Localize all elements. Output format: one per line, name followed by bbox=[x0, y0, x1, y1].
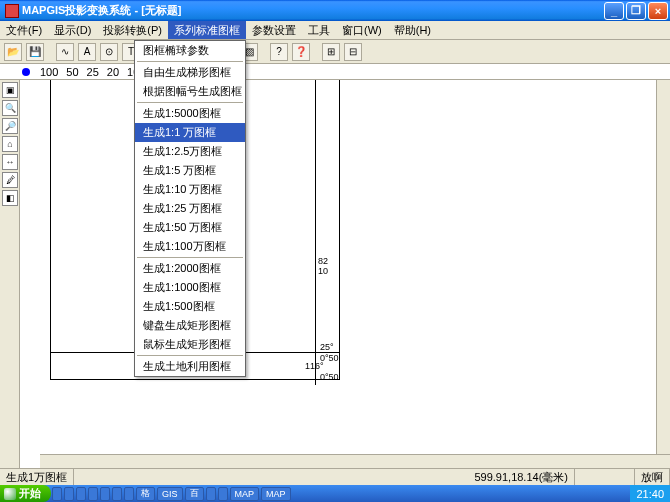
zoom-in-icon[interactable]: 🔍 bbox=[2, 100, 18, 116]
menu-help[interactable]: 帮助(H) bbox=[388, 21, 437, 39]
pan-icon[interactable]: ↔ bbox=[2, 154, 18, 170]
menu-item[interactable]: 键盘生成矩形图框 bbox=[135, 316, 245, 335]
scale-50[interactable]: 50 bbox=[64, 66, 80, 78]
menu-item[interactable]: 生成1:5000图框 bbox=[135, 104, 245, 123]
table-icon[interactable]: ⊞ bbox=[322, 43, 340, 61]
window-titlebar: MAPGIS投影变换系统 - [无标题] _ ❐ × bbox=[0, 0, 670, 21]
close-button[interactable]: × bbox=[648, 2, 668, 20]
app-icon bbox=[5, 4, 19, 18]
text-icon[interactable]: A bbox=[78, 43, 96, 61]
canvas[interactable]: 82 10 294 02 25° 0°50 116° 0°50 bbox=[20, 80, 670, 468]
menu-item-highlighted[interactable]: 生成1:1 万图框 bbox=[135, 123, 245, 142]
menubar: 文件(F) 显示(D) 投影转换(P) 系列标准图框 参数设置 工具 窗口(W)… bbox=[0, 21, 670, 40]
save-icon[interactable]: 💾 bbox=[26, 43, 44, 61]
home-icon[interactable]: ⌂ bbox=[2, 136, 18, 152]
menu-item[interactable]: 生成1:1000图框 bbox=[135, 278, 245, 297]
menu-item[interactable]: 生成1:2000图框 bbox=[135, 259, 245, 278]
clock: 21:40 bbox=[636, 488, 664, 500]
task-button[interactable]: MAP bbox=[261, 487, 291, 501]
tool2-icon[interactable]: ◧ bbox=[2, 190, 18, 206]
task-button[interactable]: MAP bbox=[230, 487, 260, 501]
minimize-button[interactable]: _ bbox=[604, 2, 624, 20]
menu-item[interactable]: 生成1:2.5万图框 bbox=[135, 142, 245, 161]
maximize-button[interactable]: ❐ bbox=[626, 2, 646, 20]
task-button[interactable]: GIS bbox=[157, 487, 183, 501]
status-bar: 生成1万图框 599.91,18.14(毫米) 放啊 bbox=[0, 468, 670, 485]
menu-projection[interactable]: 投影转换(P) bbox=[97, 21, 168, 39]
scrollbar-vertical[interactable] bbox=[656, 80, 670, 454]
grid2-icon[interactable]: ⊟ bbox=[344, 43, 362, 61]
menu-file[interactable]: 文件(F) bbox=[0, 21, 48, 39]
menu-item[interactable]: 自由生成梯形图框 bbox=[135, 63, 245, 82]
chart-icon[interactable]: ∿ bbox=[56, 43, 74, 61]
system-tray[interactable]: 21:40 bbox=[630, 485, 670, 502]
coord-label: 25° bbox=[320, 342, 334, 352]
menu-item[interactable]: 鼠标生成矩形图框 bbox=[135, 335, 245, 354]
toolbar: 📂 💾 ∿ A ⊙ T ⊕ 🎨 ▦ ▩ ▨ ? ❓ ⊞ ⊟ bbox=[0, 40, 670, 64]
task-button[interactable] bbox=[218, 487, 228, 501]
scale-25[interactable]: 25 bbox=[85, 66, 101, 78]
menu-item[interactable]: 生成1:10 万图框 bbox=[135, 180, 245, 199]
windows-logo-icon bbox=[4, 488, 16, 500]
task-button[interactable] bbox=[112, 487, 122, 501]
menu-item[interactable]: 生成1:25 万图框 bbox=[135, 199, 245, 218]
scale-100[interactable]: 100 bbox=[38, 66, 60, 78]
status-coords: 599.91,18.14(毫米) bbox=[468, 469, 575, 485]
status-left: 生成1万图框 bbox=[0, 469, 74, 485]
status-right: 放啊 bbox=[635, 469, 670, 485]
task-button[interactable] bbox=[64, 487, 74, 501]
menu-window[interactable]: 窗口(W) bbox=[336, 21, 388, 39]
open-icon[interactable]: 📂 bbox=[4, 43, 22, 61]
menu-item[interactable]: 生成1:50 万图框 bbox=[135, 218, 245, 237]
fit-icon[interactable]: ▣ bbox=[2, 82, 18, 98]
start-label: 开始 bbox=[19, 486, 41, 501]
menu-item[interactable]: 生成1:5 万图框 bbox=[135, 161, 245, 180]
ruler-dot-icon bbox=[22, 68, 30, 76]
coord-label: 0°50 bbox=[320, 372, 339, 382]
menu-params[interactable]: 参数设置 bbox=[246, 21, 302, 39]
dropdown-menu: 图框椭球参数 自由生成梯形图框 根据图幅号生成图框 生成1:5000图框 生成1… bbox=[134, 40, 246, 377]
task-button[interactable] bbox=[206, 487, 216, 501]
menu-display[interactable]: 显示(D) bbox=[48, 21, 97, 39]
task-button[interactable] bbox=[100, 487, 110, 501]
coord-label: 82 10 bbox=[318, 256, 340, 276]
task-button[interactable]: 百 bbox=[185, 487, 204, 501]
menu-tools[interactable]: 工具 bbox=[302, 21, 336, 39]
help-icon[interactable]: ? bbox=[270, 43, 288, 61]
menu-item[interactable]: 根据图幅号生成图框 bbox=[135, 82, 245, 101]
menu-item[interactable]: 生成1:500图框 bbox=[135, 297, 245, 316]
task-button[interactable]: 格 bbox=[136, 487, 155, 501]
task-button[interactable] bbox=[52, 487, 62, 501]
work-area: ▣ 🔍 🔎 ⌂ ↔ 🖉 ◧ 82 10 294 02 25° 0°50 116°… bbox=[0, 80, 670, 468]
task-button[interactable] bbox=[76, 487, 86, 501]
window-title: MAPGIS投影变换系统 - [无标题] bbox=[22, 3, 604, 18]
scale-20[interactable]: 20 bbox=[105, 66, 121, 78]
coord-label: 116° bbox=[305, 361, 324, 371]
menu-item[interactable]: 生成土地利用图框 bbox=[135, 357, 245, 376]
context-help-icon[interactable]: ❓ bbox=[292, 43, 310, 61]
scrollbar-horizontal[interactable] bbox=[40, 454, 670, 468]
task-button[interactable] bbox=[124, 487, 134, 501]
circle-icon[interactable]: ⊙ bbox=[100, 43, 118, 61]
menu-item[interactable]: 生成1:100万图框 bbox=[135, 237, 245, 256]
zoom-out-icon[interactable]: 🔎 bbox=[2, 118, 18, 134]
task-button[interactable] bbox=[88, 487, 98, 501]
taskbar: 开始 格 GIS 百 MAP MAP 21:40 bbox=[0, 485, 670, 502]
side-toolbar: ▣ 🔍 🔎 ⌂ ↔ 🖉 ◧ bbox=[0, 80, 20, 468]
menu-standard-frame[interactable]: 系列标准图框 bbox=[168, 21, 246, 39]
scale-ruler: 100 50 25 20 10 5万 bbox=[0, 64, 670, 80]
start-button[interactable]: 开始 bbox=[0, 485, 51, 502]
tool-icon[interactable]: 🖉 bbox=[2, 172, 18, 188]
menu-item[interactable]: 图框椭球参数 bbox=[135, 41, 245, 60]
